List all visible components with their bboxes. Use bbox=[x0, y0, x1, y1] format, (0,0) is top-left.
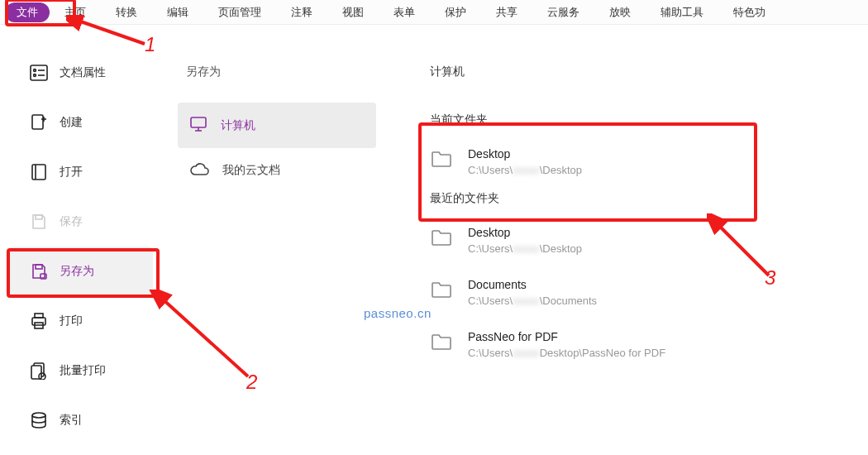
menu-batch-print[interactable]: 批量打印 bbox=[0, 346, 161, 395]
menu-label: 保存 bbox=[60, 214, 83, 229]
svg-rect-10 bbox=[36, 215, 42, 219]
current-folder[interactable]: Desktop C:\Users\xxxxx\Desktop bbox=[430, 139, 843, 191]
menu-index[interactable]: 索引 bbox=[0, 395, 161, 445]
annotation-arrow-3 bbox=[707, 213, 789, 288]
menu-label: 索引 bbox=[60, 413, 83, 428]
menu-save: 保存 bbox=[0, 197, 161, 247]
ribbon-tab-annotate[interactable]: 注释 bbox=[276, 1, 327, 24]
svg-rect-20 bbox=[191, 117, 206, 127]
folder-icon bbox=[430, 280, 453, 299]
save-as-icon bbox=[30, 262, 48, 280]
folder-path: C:\Users\xxxxx\Desktop bbox=[468, 242, 582, 255]
watermark: passneo.cn bbox=[364, 306, 432, 320]
ribbon-tab-present[interactable]: 放映 bbox=[594, 1, 646, 24]
ribbon-tab-forms[interactable]: 表单 bbox=[379, 1, 430, 24]
annotation-arrow-2 bbox=[141, 290, 265, 389]
recent-folder[interactable]: PassNeo for PDF C:\Users\xxxxxDesktop\Pa… bbox=[430, 322, 843, 374]
ribbon-tab-file[interactable]: 文件 bbox=[5, 2, 50, 22]
browser-title: 计算机 bbox=[430, 65, 843, 79]
save-as-locations: 另存为 计算机 我的云文档 bbox=[161, 25, 393, 455]
save-icon bbox=[30, 213, 48, 231]
ribbon-tab-protect[interactable]: 保护 bbox=[430, 1, 481, 24]
location-cloud[interactable]: 我的云文档 bbox=[178, 148, 376, 192]
ribbon-tab-tools[interactable]: 辅助工具 bbox=[646, 1, 718, 24]
menu-print[interactable]: 打印 bbox=[0, 296, 161, 346]
menu-save-as[interactable]: 另存为 bbox=[8, 247, 153, 296]
folder-icon bbox=[430, 332, 453, 352]
ribbon-tab-share[interactable]: 共享 bbox=[481, 1, 532, 24]
menu-label: 打开 bbox=[60, 165, 83, 180]
svg-line-25 bbox=[717, 223, 769, 275]
ribbon-tab-features[interactable]: 特色功 bbox=[718, 1, 780, 24]
svg-line-23 bbox=[76, 20, 145, 44]
batch-print-icon bbox=[30, 362, 48, 380]
folder-icon bbox=[430, 228, 453, 247]
svg-rect-8 bbox=[32, 165, 45, 180]
ribbon-tab-view[interactable]: 视图 bbox=[327, 1, 379, 24]
location-label: 我的云文档 bbox=[222, 163, 280, 178]
properties-icon bbox=[30, 64, 48, 82]
monitor-icon bbox=[189, 116, 207, 135]
svg-rect-17 bbox=[31, 366, 41, 379]
svg-rect-11 bbox=[36, 265, 42, 269]
menu-label: 打印 bbox=[60, 314, 83, 328]
ribbon-tab-edit[interactable]: 编辑 bbox=[152, 1, 203, 24]
print-icon bbox=[30, 312, 48, 330]
svg-point-19 bbox=[32, 413, 45, 418]
menu-open[interactable]: 打开 bbox=[0, 147, 161, 197]
ribbon-tab-cloud[interactable]: 云服务 bbox=[532, 1, 594, 24]
menu-label: 创建 bbox=[60, 115, 83, 130]
index-icon bbox=[30, 411, 48, 429]
file-menu: 文档属性 创建 打开 保存 另存为 打印 批量打印 索引 bbox=[0, 25, 161, 455]
svg-rect-5 bbox=[32, 115, 43, 129]
folder-name: Desktop bbox=[468, 226, 582, 239]
svg-point-1 bbox=[34, 69, 36, 72]
annotation-arrow-1 bbox=[66, 15, 157, 56]
open-icon bbox=[30, 163, 48, 181]
folder-browser: 计算机 当前文件夹 Desktop C:\Users\xxxxx\Desktop… bbox=[393, 25, 868, 455]
folder-path: C:\Users\xxxxx\Desktop bbox=[468, 164, 582, 176]
ribbon-tab-pages[interactable]: 页面管理 bbox=[203, 1, 276, 24]
save-as-title: 另存为 bbox=[186, 65, 376, 79]
recent-folders-label: 最近的文件夹 bbox=[430, 191, 843, 206]
location-computer[interactable]: 计算机 bbox=[178, 103, 376, 148]
folder-name: Desktop bbox=[468, 147, 582, 160]
menu-label: 另存为 bbox=[60, 264, 94, 279]
svg-point-3 bbox=[34, 74, 36, 77]
location-label: 计算机 bbox=[221, 118, 255, 133]
folder-icon bbox=[430, 149, 453, 169]
svg-line-24 bbox=[161, 298, 248, 376]
current-folder-label: 当前文件夹 bbox=[430, 113, 843, 127]
folder-path: C:\Users\xxxxxDesktop\PassNeo for PDF bbox=[468, 347, 665, 359]
menu-label: 文档属性 bbox=[60, 65, 106, 80]
menu-create[interactable]: 创建 bbox=[0, 98, 161, 147]
cloud-icon bbox=[189, 161, 209, 179]
folder-path: C:\Users\xxxxx\Documents bbox=[468, 295, 597, 307]
folder-name: PassNeo for PDF bbox=[468, 330, 665, 343]
create-icon bbox=[30, 113, 48, 132]
svg-rect-0 bbox=[31, 65, 47, 80]
folder-name: Documents bbox=[468, 278, 597, 291]
menu-label: 批量打印 bbox=[60, 363, 106, 378]
